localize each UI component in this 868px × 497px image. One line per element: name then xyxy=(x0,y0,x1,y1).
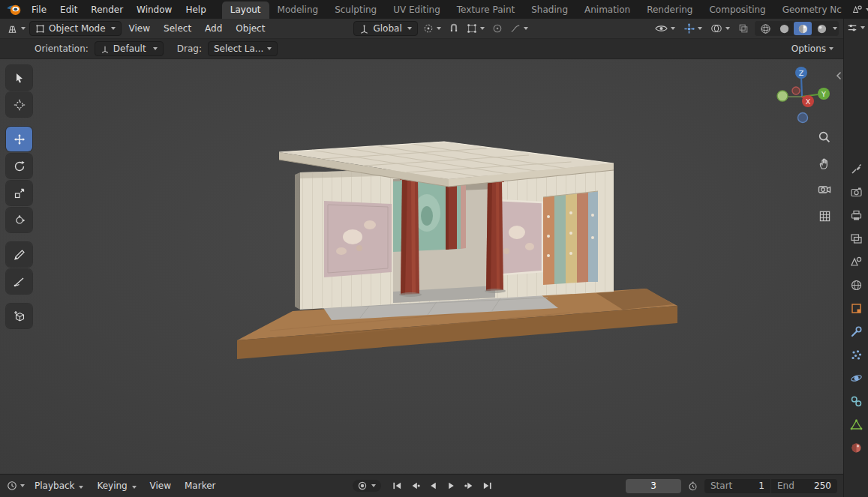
zoom-button[interactable] xyxy=(815,128,833,146)
chevron-down-icon xyxy=(21,27,26,30)
proportional-falloff-button[interactable] xyxy=(508,21,530,36)
orientation-dropdown[interactable]: Global xyxy=(353,21,417,36)
tab-modeling[interactable]: Modeling xyxy=(269,1,327,19)
properties-tab-material[interactable] xyxy=(847,441,865,455)
pivot-point-button[interactable] xyxy=(421,21,443,36)
jump-to-start-button[interactable] xyxy=(390,479,405,493)
scene-browse-button[interactable] xyxy=(850,2,868,17)
shading-material-button[interactable] xyxy=(794,22,812,35)
menu-add[interactable]: Add xyxy=(199,20,228,37)
current-frame-field[interactable]: 3 xyxy=(626,479,681,493)
mode-dropdown[interactable]: Object Mode xyxy=(29,21,122,36)
menu-playback[interactable]: Playback xyxy=(29,478,89,494)
overlays-button[interactable] xyxy=(708,21,732,36)
axis-z-label[interactable]: Z xyxy=(799,69,804,77)
magnet-icon xyxy=(449,23,459,34)
previous-keyframe-button[interactable] xyxy=(408,479,423,493)
properties-tab-object-data[interactable] xyxy=(847,418,865,432)
timeline-editor-button[interactable] xyxy=(5,478,27,493)
properties-tab-modifiers[interactable] xyxy=(847,325,865,339)
axis-y-label[interactable]: Y xyxy=(821,90,826,98)
end-label: End xyxy=(777,481,794,491)
shading-wireframe-button[interactable] xyxy=(756,22,774,35)
editor-type-button[interactable] xyxy=(5,21,28,36)
tab-layout[interactable]: Layout xyxy=(222,1,269,19)
menu-render[interactable]: Render xyxy=(84,2,130,17)
tool-add-cube[interactable] xyxy=(6,304,32,328)
shading-solid-button[interactable] xyxy=(775,22,793,35)
jump-to-end-button[interactable] xyxy=(480,479,495,493)
timeline-bar: Playback Keying View Marker xyxy=(0,474,843,497)
visibility-button[interactable] xyxy=(653,21,677,36)
properties-tab-world[interactable] xyxy=(847,278,865,292)
play-reverse-button[interactable] xyxy=(426,479,441,493)
properties-tab-tool[interactable] xyxy=(847,162,865,176)
record-icon xyxy=(358,481,367,490)
tab-compositing[interactable]: Compositing xyxy=(701,1,773,19)
tool-transform[interactable] xyxy=(6,208,32,232)
tab-shading[interactable]: Shading xyxy=(523,1,576,19)
properties-tab-physics[interactable] xyxy=(847,371,865,385)
tool-settings-bar: Orientation: Default Drag: Select La... … xyxy=(0,39,843,59)
tab-animation[interactable]: Animation xyxy=(576,1,638,19)
ortho-toggle-button[interactable] xyxy=(815,207,833,225)
tab-uv-editing[interactable]: UV Editing xyxy=(385,1,449,19)
pan-button[interactable] xyxy=(815,154,833,172)
xray-toggle-button[interactable] xyxy=(736,21,751,36)
tool-measure[interactable] xyxy=(6,269,32,294)
sidebar-collapse-arrow[interactable] xyxy=(836,71,842,80)
menu-marker[interactable]: Marker xyxy=(179,478,221,494)
gizmos-toggle-button[interactable] xyxy=(681,21,704,36)
menu-help[interactable]: Help xyxy=(179,2,212,17)
auto-key-button[interactable] xyxy=(353,480,381,492)
tool-rotate[interactable] xyxy=(6,154,32,178)
properties-editor xyxy=(843,19,868,497)
camera-view-button[interactable] xyxy=(815,181,833,199)
shading-rendered-button[interactable] xyxy=(812,22,830,35)
play-button[interactable] xyxy=(444,479,459,493)
options-dropdown[interactable]: Options xyxy=(789,41,836,56)
menu-object[interactable]: Object xyxy=(230,20,271,37)
preview-range-button[interactable] xyxy=(686,478,700,493)
tool-annotate[interactable] xyxy=(6,242,32,267)
chevron-down-icon xyxy=(524,27,528,30)
menu-window[interactable]: Window xyxy=(130,2,179,17)
tab-rendering[interactable]: Rendering xyxy=(638,1,701,19)
snap-target-button[interactable] xyxy=(464,21,487,36)
snap-toggle-button[interactable] xyxy=(446,21,461,36)
frame-fields: 3 Start 1 End 250 xyxy=(626,478,837,493)
next-keyframe-button[interactable] xyxy=(462,479,477,493)
properties-editor-type-button[interactable] xyxy=(847,22,865,33)
properties-tab-output[interactable] xyxy=(847,208,865,223)
tool-move[interactable] xyxy=(6,127,32,151)
viewport-canvas[interactable] xyxy=(0,59,843,474)
tab-geometry-nodes[interactable]: Geometry Nc xyxy=(774,1,850,19)
properties-tab-view-layer[interactable] xyxy=(847,232,865,246)
properties-tab-object[interactable] xyxy=(847,301,865,316)
start-frame-field[interactable]: Start 1 xyxy=(704,479,770,493)
menu-file[interactable]: File xyxy=(25,2,53,17)
axis-gizmo[interactable]: Z Y X xyxy=(776,65,831,124)
properties-sliders-icon xyxy=(847,22,857,33)
menu-select[interactable]: Select xyxy=(158,20,197,37)
drag-dropdown[interactable]: Select La... xyxy=(208,41,278,56)
tool-cursor[interactable] xyxy=(6,92,32,117)
properties-tab-render[interactable] xyxy=(847,185,865,199)
blender-logo-icon[interactable] xyxy=(6,3,22,16)
tool-scale[interactable] xyxy=(6,181,32,205)
grid-icon xyxy=(818,210,831,223)
end-frame-field[interactable]: End 250 xyxy=(771,479,837,493)
proportional-edit-button[interactable] xyxy=(490,21,505,36)
menu-keying[interactable]: Keying xyxy=(91,478,142,494)
axis-x-label[interactable]: X xyxy=(806,97,811,106)
properties-tab-constraints[interactable] xyxy=(847,394,865,409)
tool-select-box[interactable] xyxy=(6,65,32,90)
tab-texture-paint[interactable]: Texture Paint xyxy=(449,1,523,19)
properties-tab-scene[interactable] xyxy=(847,255,865,269)
menu-edit[interactable]: Edit xyxy=(53,2,84,17)
menu-view[interactable]: View xyxy=(123,20,156,37)
tab-sculpting[interactable]: Sculpting xyxy=(326,1,385,19)
properties-tab-particles[interactable] xyxy=(847,348,865,362)
orientation-default-dropdown[interactable]: Default xyxy=(95,41,164,56)
menu-timeline-view[interactable]: View xyxy=(144,478,177,494)
